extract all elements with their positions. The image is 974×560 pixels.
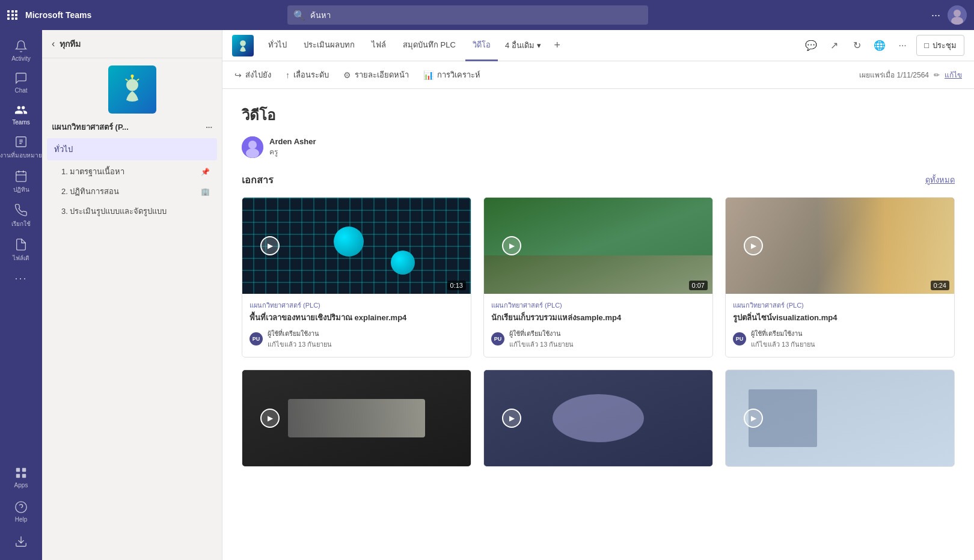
- channel-icon: [232, 35, 254, 56]
- chevron-down-icon: ▾: [537, 41, 541, 50]
- video-user-avatar-1: PU: [250, 332, 263, 345]
- video-team-tag-2: แผนกวิทยาศาสตร์ (PLC): [491, 300, 705, 311]
- promote-button[interactable]: ↑ เลื่อนระดับ: [286, 66, 329, 84]
- sidebar-item-activity[interactable]: Activity: [0, 35, 42, 67]
- sidebar-item-download[interactable]: [0, 530, 42, 553]
- sidebar-item-more[interactable]: ···: [0, 267, 42, 290]
- tab-more-button[interactable]: 4 อื่นเดิม ▾: [500, 30, 546, 61]
- video-card-6[interactable]: ▶: [725, 370, 955, 467]
- video-duration-3: 0:24: [931, 281, 949, 290]
- search-bar[interactable]: 🔍: [287, 5, 648, 25]
- play-button-2[interactable]: ▶: [502, 236, 521, 255]
- analytics-button[interactable]: 📊 การวิเคราะห์: [423, 66, 480, 84]
- video-thumbnail-2: ▶ 0:07: [484, 198, 712, 294]
- edit-link[interactable]: แก้ไข: [945, 69, 962, 81]
- channel-subitem-label-2: 2. ปฏิทินการสอน: [61, 185, 119, 198]
- channel-subitem-2[interactable]: 2. ปฏิทินการสอน 🏢: [47, 181, 217, 201]
- plus-icon: +: [554, 39, 560, 52]
- team-name: แผนกวิทยาศาสตร์ (P...: [52, 121, 129, 133]
- user-avatar[interactable]: [948, 5, 967, 25]
- tab-video[interactable]: วิดีโอ: [465, 30, 498, 61]
- video-user-info-2: ผู้ใช้ที่เตรียมใช้งาน แก้ไขแล้ว 13 กันยา…: [509, 328, 574, 350]
- tab-notebook[interactable]: สมุดบันทึก PLC: [396, 30, 463, 61]
- team-name-display: แผนกวิทยาศาสตร์ (P... ···: [42, 121, 222, 138]
- video-meta-2: PU ผู้ใช้ที่เตรียมใช้งาน แก้ไขแล้ว 13 กั…: [491, 328, 705, 350]
- meet-button[interactable]: 💬: [802, 37, 820, 55]
- sidebar-item-apps[interactable]: Apps: [0, 461, 42, 493]
- expand-button[interactable]: ↗: [825, 37, 843, 55]
- edit-icon: ✏: [934, 71, 940, 79]
- play-button-6[interactable]: ▶: [744, 409, 763, 428]
- video-card-3[interactable]: ▶ 0:24 แผนกวิทยาศาสตร์ (PLC) รูปตลิ่นไซน…: [725, 197, 955, 358]
- video-thumbnail-5: ▶: [484, 370, 712, 466]
- video-card-5[interactable]: ▶: [483, 370, 713, 467]
- refresh-button[interactable]: ↻: [848, 37, 866, 55]
- sidebar-item-files[interactable]: ไฟล์เดิ: [0, 233, 42, 267]
- sub-actions-right: เผยแพร่เมื่อ 1/11/2564 ✏ แก้ไข: [859, 69, 962, 81]
- channel-tabs: ทั่วไป ประเมินผลบทก ไฟล์ สมุดบันทึก PLC …: [222, 30, 974, 61]
- sidebar-item-assignments[interactable]: งานที่มอบหมาย: [0, 130, 42, 165]
- globe-button[interactable]: 🌐: [871, 37, 889, 55]
- svg-rect-8: [22, 474, 26, 478]
- channel-subitem-3[interactable]: 3. ประเมินรูปแบบและจัดรูปแบบ: [47, 201, 217, 221]
- svg-point-19: [248, 141, 257, 149]
- author-avatar: [242, 136, 263, 158]
- send-to-label: ส่งไปยัง: [245, 68, 271, 81]
- play-button-1[interactable]: ▶: [260, 236, 280, 255]
- sidebar-item-help[interactable]: Help: [0, 496, 42, 528]
- svg-rect-7: [16, 474, 20, 478]
- tab-assessment[interactable]: ประเมินผลบทก: [296, 30, 362, 61]
- video-user-info-1: ผู้ใช้ที่เตรียมใช้งาน แก้ไขแล้ว 13 กันยา…: [268, 328, 332, 350]
- sidebar-item-assignments-label: งานที่มอบหมาย: [0, 151, 42, 160]
- svg-line-16: [136, 79, 139, 81]
- details-button[interactable]: ⚙ รายละเอียดหน้า: [343, 66, 409, 84]
- channel-item-general[interactable]: ทั่วไป: [47, 138, 217, 160]
- svg-rect-4: [16, 172, 26, 182]
- sidebar-item-activity-label: Activity: [11, 55, 31, 62]
- sidebar-item-calls-label: เรียกใช้: [11, 219, 31, 228]
- video-duration-2: 0:07: [689, 281, 708, 290]
- svg-point-9: [16, 502, 26, 513]
- play-button-3[interactable]: ▶: [744, 236, 763, 255]
- video-card-1[interactable]: ▶ 0:13 แผนกวิทยาศาสตร์ (PLC) พื้นที่เวลา…: [242, 197, 471, 358]
- video-card-2[interactable]: ▶ 0:07 แผนกวิทยาศาสตร์ (PLC) นักเรียนเก็…: [483, 197, 713, 358]
- team-panel: ‹ ทุกทีม แผนกวิทยาศาสตร์ (P... ··· ท: [42, 30, 222, 560]
- svg-line-15: [125, 79, 127, 81]
- sidebar-item-chat[interactable]: Chat: [0, 67, 42, 99]
- video-team-tag-3: แผนกวิทยาศาสตร์ (PLC): [733, 300, 947, 311]
- documents-header: เอกสาร ดูทั้งหมด: [242, 172, 955, 187]
- sidebar-item-calendar[interactable]: ปฏิทิน: [0, 165, 42, 199]
- see-all-link[interactable]: ดูทั้งหมด: [925, 174, 955, 186]
- play-button-5[interactable]: ▶: [502, 409, 521, 428]
- video-team-tag-1: แผนกวิทยาศาสตร์ (PLC): [250, 300, 464, 311]
- promote-label: เลื่อนระดับ: [293, 68, 329, 81]
- tab-more-actions-button[interactable]: ···: [893, 37, 911, 55]
- channel-subitem-1[interactable]: 1. มาตรฐานเนื้อหา 📌: [47, 162, 217, 181]
- sidebar-item-files-label: ไฟล์เดิ: [13, 254, 29, 263]
- video-card-4[interactable]: ▶: [242, 370, 471, 467]
- author-row: Arden Asher ครู: [242, 136, 955, 158]
- apps-grid-icon[interactable]: [7, 10, 18, 20]
- promote-icon: ↑: [286, 70, 290, 80]
- svg-rect-6: [22, 468, 26, 472]
- team-panel-header: ‹ ทุกทีม: [42, 30, 222, 58]
- tab-files[interactable]: ไฟล์: [364, 30, 393, 61]
- date-label: เผยแพร่เมื่อ 1/11/2564: [859, 69, 929, 81]
- search-input[interactable]: [310, 11, 642, 20]
- top-bar-right: ···: [931, 5, 967, 25]
- main-layout: Activity Chat Teams งานที่มอบหมาย: [0, 30, 974, 560]
- sidebar-item-teams[interactable]: Teams: [0, 99, 42, 130]
- tab-add-button[interactable]: +: [548, 37, 566, 55]
- tab-general[interactable]: ทั่วไป: [261, 30, 294, 61]
- team-more-button[interactable]: ···: [206, 123, 212, 132]
- svg-point-1: [954, 10, 961, 17]
- top-bar-more-button[interactable]: ···: [931, 9, 940, 22]
- back-button[interactable]: ‹: [52, 38, 55, 49]
- pin-icon: 📌: [201, 168, 210, 176]
- send-to-button[interactable]: ↪ ส่งไปยัง: [234, 66, 271, 84]
- video-grid-row1: ▶ 0:13 แผนกวิทยาศาสตร์ (PLC) พื้นที่เวลา…: [242, 197, 955, 358]
- channel-subitem-label-1: 1. มาตรฐานเนื้อหา: [61, 165, 124, 178]
- present-button[interactable]: □ ประชุม: [916, 35, 964, 56]
- sidebar-item-calls[interactable]: เรียกใช้: [0, 199, 42, 233]
- play-button-4[interactable]: ▶: [260, 409, 280, 428]
